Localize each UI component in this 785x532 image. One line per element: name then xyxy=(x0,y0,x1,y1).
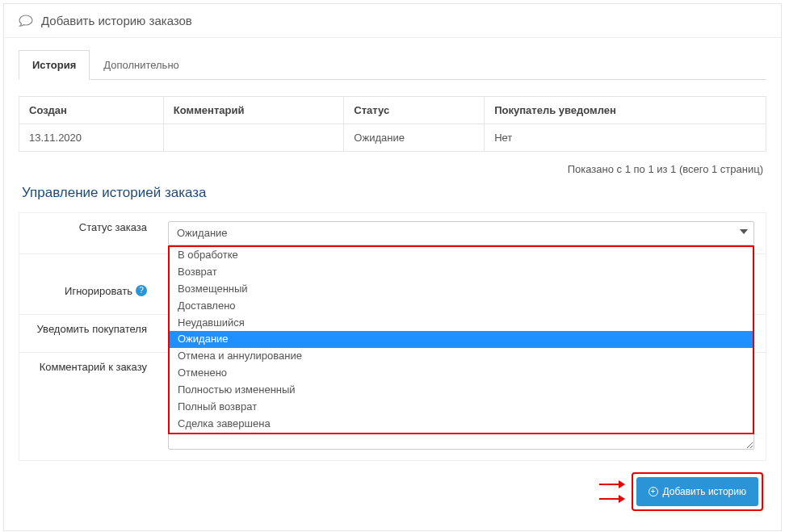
panel-body: История Дополнительно Создан Комментарий… xyxy=(4,38,781,530)
status-dropdown: В обработкеВозвратВозмещенныйДоставленоН… xyxy=(168,245,754,434)
table-header-row: Создан Комментарий Статус Покупатель уве… xyxy=(19,97,766,124)
pagination-text: Показано с 1 по 1 из 1 (всего 1 страниц) xyxy=(19,152,766,182)
cell-created: 13.11.2020 xyxy=(19,124,164,152)
cell-comment xyxy=(163,124,343,152)
status-option[interactable]: Отменено xyxy=(170,365,753,382)
arrow-icon xyxy=(599,498,623,500)
actions-bar: + Добавить историю xyxy=(19,461,766,514)
order-history-panel: Добавить историю заказов История Дополни… xyxy=(3,3,782,531)
status-option[interactable]: Полный возврат xyxy=(170,399,753,416)
status-option[interactable]: Сделка завершена xyxy=(170,416,753,433)
status-option[interactable]: Отмена и аннулирование xyxy=(170,348,753,365)
cell-notified: Нет xyxy=(485,124,766,152)
status-option[interactable]: Возмещенный xyxy=(170,281,753,298)
annotation-highlight: + Добавить историю xyxy=(632,472,763,511)
status-option[interactable]: Возврат xyxy=(170,264,753,281)
add-history-label: Добавить историю xyxy=(663,486,746,497)
col-comment: Комментарий xyxy=(163,97,343,124)
status-option[interactable]: Ожидание xyxy=(170,331,753,348)
status-option[interactable]: В обработке xyxy=(170,247,753,264)
annotation-arrows xyxy=(599,484,623,500)
col-notified: Покупатель уведомлен xyxy=(485,97,766,124)
history-table: Создан Комментарий Статус Покупатель уве… xyxy=(19,96,766,152)
cell-status: Ожидание xyxy=(344,124,485,152)
tab-history[interactable]: История xyxy=(19,50,90,80)
tabs: История Дополнительно xyxy=(19,49,766,80)
comment-icon xyxy=(19,15,33,27)
order-history-form: Статус заказа Ожидание В обработкеВозвра… xyxy=(19,212,766,461)
label-notify: Уведомить покупателя xyxy=(19,315,157,352)
row-status: Статус заказа Ожидание В обработкеВозвра… xyxy=(19,212,766,254)
table-row: 13.11.2020 Ожидание Нет xyxy=(19,124,766,152)
status-option[interactable]: Неудавшийся xyxy=(170,315,753,332)
label-status: Статус заказа xyxy=(19,213,157,253)
add-history-button[interactable]: + Добавить историю xyxy=(636,477,758,506)
status-option[interactable]: Полностью измененный xyxy=(170,382,753,399)
label-comment: Комментарий к заказу xyxy=(19,353,157,460)
arrow-icon xyxy=(599,484,623,485)
help-icon[interactable]: ? xyxy=(136,285,147,296)
panel-title: Добавить историю заказов xyxy=(41,14,192,27)
status-select[interactable]: Ожидание xyxy=(168,221,754,245)
status-cell: Ожидание В обработкеВозвратВозмещенныйДо… xyxy=(157,213,766,253)
col-status: Статус xyxy=(344,97,485,124)
label-ignore: Игнорировать ? xyxy=(19,277,157,314)
tab-additional[interactable]: Дополнительно xyxy=(90,50,193,80)
section-title: Управление историей заказа xyxy=(19,182,766,212)
col-created: Создан xyxy=(19,97,164,124)
plus-circle-icon: + xyxy=(649,487,658,496)
status-option[interactable]: Доставлено xyxy=(170,298,753,315)
panel-header: Добавить историю заказов xyxy=(4,4,781,38)
